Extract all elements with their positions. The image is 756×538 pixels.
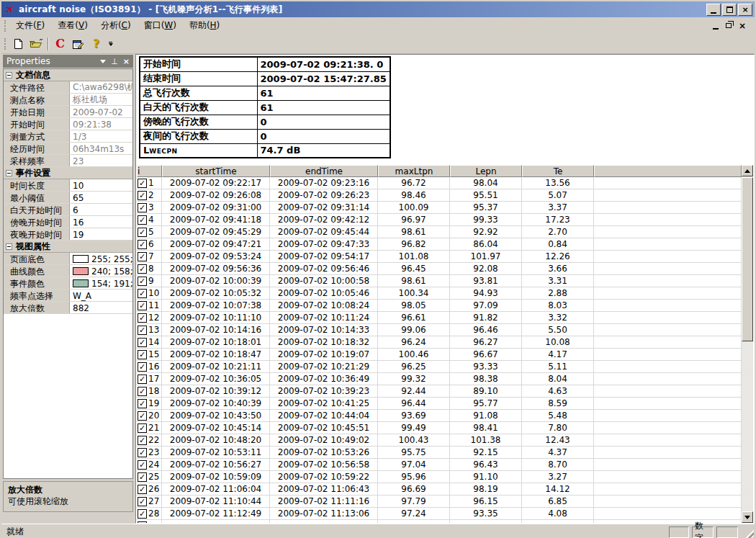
- row-checkbox[interactable]: ✓: [138, 191, 147, 200]
- row-checkbox[interactable]: ✓: [138, 313, 147, 323]
- property-value[interactable]: 16: [70, 216, 132, 228]
- table-row[interactable]: ✓42009-07-02 09:41:182009-07-02 09:42:12…: [137, 214, 742, 226]
- table-row[interactable]: ✓282009-07-02 11:12:492009-07-02 11:13:0…: [137, 508, 742, 520]
- column-header-endTime[interactable]: endTime: [270, 165, 378, 177]
- column-header-Te[interactable]: Te: [522, 165, 594, 177]
- row-checkbox[interactable]: ✓: [138, 215, 147, 225]
- row-checkbox[interactable]: ✓: [138, 277, 147, 286]
- maximize-button[interactable]: [722, 4, 737, 16]
- panel-close-icon[interactable]: ×: [123, 57, 130, 66]
- row-checkbox[interactable]: ✓: [138, 350, 147, 359]
- close-button[interactable]: ×: [738, 4, 752, 16]
- properties-panel-header[interactable]: Properties ⊥ ×: [3, 55, 133, 68]
- properties-button[interactable]: [69, 35, 87, 52]
- column-header-maxLtpn[interactable]: maxLtpn: [378, 165, 450, 177]
- table-row[interactable]: ✓172009-07-02 10:36:052009-07-02 10:36:4…: [137, 373, 742, 385]
- menu-item-H[interactable]: 帮助(H): [183, 17, 226, 34]
- help-button[interactable]: ?: [87, 35, 105, 52]
- new-document-button[interactable]: [9, 35, 27, 52]
- row-checkbox[interactable]: ✓: [138, 375, 147, 384]
- resize-grip[interactable]: [744, 529, 754, 538]
- table-row[interactable]: ✓192009-07-02 10:40:392009-07-02 10:41:2…: [137, 398, 742, 410]
- table-row[interactable]: ✓142009-07-02 10:18:012009-07-02 10:18:3…: [137, 336, 742, 349]
- table-row[interactable]: ✓212009-07-02 10:45:142009-07-02 10:45:5…: [137, 422, 742, 434]
- row-checkbox[interactable]: ✓: [138, 252, 147, 261]
- row-checkbox[interactable]: ✓: [138, 179, 147, 188]
- column-header-i[interactable]: i: [137, 165, 162, 177]
- mdi-restore-icon[interactable]: [726, 23, 732, 28]
- table-row[interactable]: ✓262009-07-02 11:06:042009-07-02 11:06:4…: [137, 483, 742, 496]
- mdi-minimize-icon[interactable]: [713, 28, 719, 30]
- property-value[interactable]: 882: [70, 302, 132, 313]
- row-checkbox[interactable]: ✓: [138, 460, 147, 470]
- property-value[interactable]: 154; 191; 18: [70, 277, 132, 289]
- table-row[interactable]: ✓242009-07-02 10:56:272009-07-02 10:56:5…: [137, 459, 742, 471]
- row-checkbox[interactable]: ✓: [138, 411, 147, 421]
- row-checkbox[interactable]: ✓: [138, 387, 147, 396]
- mdi-close-icon[interactable]: ×: [739, 21, 746, 31]
- table-row[interactable]: ✓112009-07-02 10:07:382009-07-02 10:08:2…: [137, 300, 742, 312]
- row-checkbox[interactable]: ✓: [138, 228, 147, 237]
- table-row[interactable]: ✓162009-07-02 10:21:112009-07-02 10:21:2…: [137, 361, 742, 373]
- table-row[interactable]: ✓82009-07-02 09:56:362009-07-02 09:56:46…: [137, 263, 742, 275]
- row-checkbox[interactable]: ✓: [138, 497, 147, 506]
- row-checkbox[interactable]: ✓: [138, 338, 147, 347]
- toolbar-options-button[interactable]: [107, 36, 114, 52]
- property-value[interactable]: 2009-07-02: [70, 106, 132, 117]
- row-checkbox[interactable]: ✓: [138, 264, 147, 274]
- table-row[interactable]: ✓12009-07-02 09:22:172009-07-02 09:23:16…: [137, 177, 742, 189]
- table-row[interactable]: ✓52009-07-02 09:45:292009-07-02 09:45:44…: [137, 226, 742, 238]
- property-value[interactable]: W_A: [70, 290, 132, 301]
- property-value[interactable]: 255; 255; 25: [70, 253, 132, 264]
- table-row[interactable]: ✓122009-07-02 10:11:102009-07-02 10:11:2…: [137, 312, 742, 324]
- row-checkbox[interactable]: ✓: [138, 301, 147, 310]
- scroll-up-button[interactable]: [742, 165, 753, 176]
- table-row[interactable]: ✓252009-07-02 10:59:092009-07-02 10:59:2…: [137, 471, 742, 483]
- row-checkbox[interactable]: ✓: [138, 326, 147, 335]
- table-row[interactable]: ✓182009-07-02 10:39:122009-07-02 10:39:2…: [137, 385, 742, 398]
- row-checkbox[interactable]: ✓: [138, 289, 147, 298]
- table-row[interactable]: ✓92009-07-02 10:00:392009-07-02 10:00:58…: [137, 275, 742, 287]
- table-row[interactable]: ✓152009-07-02 10:18:472009-07-02 10:19:0…: [137, 349, 742, 361]
- collapse-minus-icon[interactable]: [6, 170, 12, 176]
- column-header-Lepn[interactable]: Lepn: [450, 165, 522, 177]
- row-checkbox[interactable]: ✓: [138, 240, 147, 249]
- menu-item-F[interactable]: 文件(F): [9, 17, 51, 34]
- row-checkbox[interactable]: ✓: [138, 509, 147, 519]
- table-row[interactable]: ✓132009-07-02 10:14:162009-07-02 10:14:3…: [137, 324, 742, 336]
- table-row[interactable]: ✓202009-07-02 10:43:502009-07-02 10:44:0…: [137, 410, 742, 422]
- table-row[interactable]: ✓62009-07-02 09:47:212009-07-02 09:47:33…: [137, 238, 742, 251]
- scrollbar-thumb[interactable]: [742, 177, 753, 341]
- property-value[interactable]: 23: [70, 155, 132, 166]
- toolbar-grip[interactable]: [4, 38, 6, 50]
- table-row[interactable]: ✓272009-07-02 11:10:442009-07-02 11:11:1…: [137, 496, 742, 508]
- row-checkbox[interactable]: ✓: [138, 362, 147, 372]
- table-row[interactable]: ✓22009-07-02 09:26:082009-07-02 09:26:23…: [137, 189, 742, 202]
- vertical-scrollbar[interactable]: [742, 165, 753, 523]
- property-value[interactable]: 栎社机场: [70, 94, 132, 105]
- property-value[interactable]: 6: [70, 204, 132, 215]
- property-value[interactable]: 09:21:38: [70, 118, 132, 130]
- panel-dropdown-icon[interactable]: [100, 60, 106, 63]
- table-row[interactable]: ✓222009-07-02 10:48:202009-07-02 10:49:0…: [137, 434, 742, 447]
- row-checkbox[interactable]: ✓: [138, 472, 147, 482]
- property-section-header[interactable]: 视图属性: [4, 241, 132, 253]
- menubar-grip[interactable]: [4, 20, 6, 32]
- calibrate-button[interactable]: C: [51, 35, 69, 52]
- collapse-minus-icon[interactable]: [6, 72, 12, 79]
- property-section-header[interactable]: 文档信息: [4, 69, 132, 81]
- menu-item-C[interactable]: 分析(C): [94, 17, 138, 34]
- row-checkbox[interactable]: ✓: [138, 448, 147, 457]
- property-value[interactable]: 65: [70, 192, 132, 203]
- table-row[interactable]: ✓232009-07-02 10:53:112009-07-02 10:53:2…: [137, 447, 742, 459]
- menu-item-V[interactable]: 查看(V): [51, 17, 94, 34]
- collapse-minus-icon[interactable]: [6, 243, 12, 250]
- table-row[interactable]: ✓102009-07-02 10:05:322009-07-02 10:05:4…: [137, 287, 742, 300]
- row-checkbox[interactable]: ✓: [138, 436, 147, 445]
- table-row[interactable]: ✓32009-07-02 09:31:002009-07-02 09:31:14…: [137, 202, 742, 214]
- menu-item-W[interactable]: 窗口(W): [138, 17, 183, 34]
- row-checkbox[interactable]: ✓: [138, 485, 147, 494]
- property-value[interactable]: 1/3: [70, 130, 132, 142]
- table-row[interactable]: ✓72009-07-02 09:53:242009-07-02 09:54:17…: [137, 251, 742, 263]
- property-value[interactable]: C:\awa6298\机场: [70, 81, 132, 93]
